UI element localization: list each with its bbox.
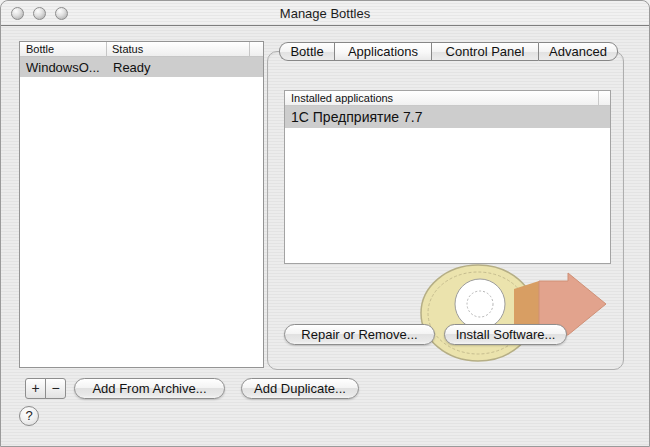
bottle-name-cell: WindowsO... <box>20 60 108 75</box>
window-title: Manage Bottles <box>1 6 649 21</box>
application-name: 1С Предприятие 7.7 <box>291 109 422 125</box>
tab-applications[interactable]: Applications <box>334 42 431 61</box>
install-software-button[interactable]: Install Software... <box>444 324 567 345</box>
list-item[interactable]: 1С Предприятие 7.7 <box>285 106 610 128</box>
bottle-table: Bottle Status WindowsO... Ready <box>19 41 264 368</box>
bottle-table-header: Bottle Status <box>20 42 263 57</box>
install-cd-icon <box>406 259 621 369</box>
manage-bottles-window: Manage Bottles Bottle Status WindowsO...… <box>0 0 650 447</box>
tab-bar: Bottle Applications Control Panel Advanc… <box>279 42 618 61</box>
add-bottle-button[interactable]: + <box>25 378 46 399</box>
scrollbar-header-cell <box>249 42 263 56</box>
list-header-label: Installed applications <box>285 91 598 105</box>
table-row[interactable]: WindowsO... Ready <box>20 57 263 77</box>
repair-or-remove-button[interactable]: Repair or Remove... <box>284 324 435 345</box>
column-header-bottle[interactable]: Bottle <box>20 42 107 56</box>
tab-bottle[interactable]: Bottle <box>279 42 334 61</box>
tab-control-panel[interactable]: Control Panel <box>431 42 538 61</box>
bottle-status-cell: Ready <box>108 60 263 75</box>
installed-applications-list: Installed applications 1С Предприятие 7.… <box>284 90 611 264</box>
help-button[interactable]: ? <box>19 406 39 426</box>
tab-advanced[interactable]: Advanced <box>538 42 618 61</box>
titlebar[interactable]: Manage Bottles <box>1 1 649 26</box>
scrollbar-header-cell <box>598 91 610 105</box>
remove-bottle-button[interactable]: − <box>45 378 66 399</box>
add-from-archive-button[interactable]: Add From Archive... <box>74 378 225 399</box>
add-duplicate-button[interactable]: Add Duplicate... <box>241 378 359 399</box>
column-header-status[interactable]: Status <box>107 42 249 56</box>
applications-list-header: Installed applications <box>285 91 610 106</box>
